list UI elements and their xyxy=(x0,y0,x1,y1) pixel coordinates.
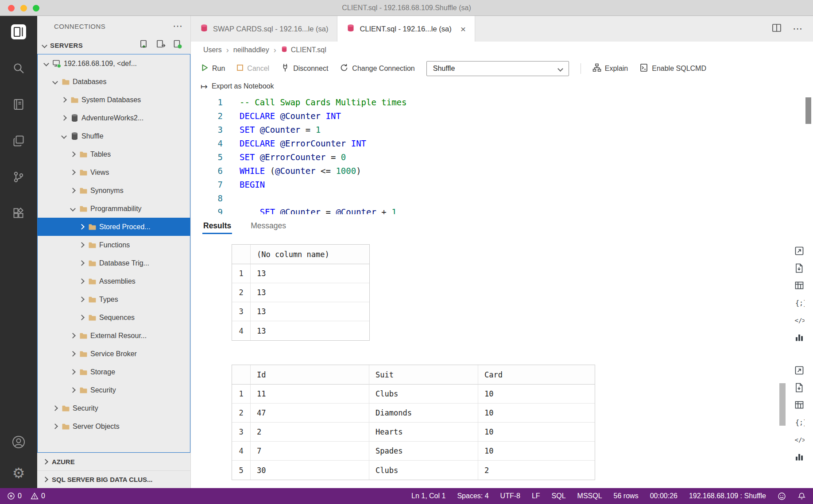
chart-icon[interactable] xyxy=(794,451,805,462)
grid-cell[interactable]: Clubs xyxy=(369,461,478,480)
row-number-cell[interactable]: 4 xyxy=(232,321,251,340)
feedback-icon[interactable] xyxy=(778,492,786,500)
tree-item-programmability[interactable]: Programmability xyxy=(38,200,190,218)
maximize-icon[interactable] xyxy=(794,365,805,376)
chevron-right-icon[interactable] xyxy=(70,151,76,157)
settings-gear-icon[interactable]: ⚙ xyxy=(11,465,27,481)
connection-dropdown[interactable]: Shuffle xyxy=(426,61,569,76)
column-header[interactable]: (No column name) xyxy=(251,245,369,264)
tree-item-external-resour[interactable]: External Resour... xyxy=(38,327,190,345)
notebooks-icon[interactable] xyxy=(11,96,27,112)
export-as-notebook-button[interactable]: Export as Notebook xyxy=(212,82,274,90)
save-json-icon[interactable]: {;} xyxy=(794,297,805,308)
chevron-right-icon[interactable] xyxy=(70,333,76,339)
chevron-right-icon[interactable] xyxy=(52,405,58,411)
grid-cell[interactable]: Clubs xyxy=(369,385,478,404)
language-mode[interactable]: SQL xyxy=(552,492,566,500)
editor-more-actions-icon[interactable]: ⋯ xyxy=(793,23,802,35)
account-icon[interactable] xyxy=(11,434,27,450)
code-line[interactable]: 9 SET @Counter = @Counter + 1 xyxy=(191,205,813,214)
chevron-right-icon[interactable] xyxy=(52,423,58,429)
code-line[interactable]: 3SET @Counter = 1 xyxy=(191,123,813,137)
tree-item-security[interactable]: Security xyxy=(38,381,190,399)
tab-swap-cards[interactable]: SWAP CARDS.sql - 192.16...le (sa) xyxy=(191,16,337,42)
tree-item-server-objects[interactable]: Server Objects xyxy=(38,417,190,435)
source-control-icon[interactable] xyxy=(11,169,27,185)
chevron-right-icon[interactable] xyxy=(79,296,85,302)
close-window-button[interactable] xyxy=(8,5,15,12)
cursor-position[interactable]: Ln 1, Col 1 xyxy=(411,492,445,500)
errors-indicator[interactable]: 0 xyxy=(7,492,22,500)
explorer-icon[interactable] xyxy=(11,133,27,149)
save-excel-icon[interactable] xyxy=(794,399,805,411)
sidebar-item-bigdata[interactable]: SQL SERVER BIG DATA CLUS... xyxy=(37,470,190,488)
maximize-icon[interactable] xyxy=(794,245,805,257)
chevron-right-icon[interactable] xyxy=(70,188,76,193)
results-scrollbar[interactable] xyxy=(779,383,786,426)
sql-editor[interactable]: 1-- Call Swap Cards Multiple times2DECLA… xyxy=(191,94,813,214)
new-connection-icon[interactable] xyxy=(139,39,149,51)
indentation[interactable]: Spaces: 4 xyxy=(457,492,488,500)
run-button[interactable]: Run xyxy=(201,64,225,73)
grid-cell[interactable]: 10 xyxy=(478,385,595,404)
tree-item-assemblies[interactable]: Assemblies xyxy=(38,272,190,290)
row-number-cell[interactable]: 3 xyxy=(232,302,251,321)
row-number-cell[interactable]: 2 xyxy=(232,404,251,423)
grid-cell[interactable]: Spades xyxy=(369,442,478,461)
tree-item-storage[interactable]: Storage xyxy=(38,363,190,381)
grid-cell[interactable]: 10 xyxy=(478,404,595,423)
chevron-right-icon[interactable] xyxy=(79,260,85,266)
tab-messages[interactable]: Messages xyxy=(251,221,286,236)
grid-cell[interactable]: 2 xyxy=(251,423,369,442)
tree-item-databases[interactable]: Databases xyxy=(38,73,190,91)
code-line[interactable]: 1-- Call Swap Cards Multiple times xyxy=(191,96,813,109)
chevron-right-icon[interactable] xyxy=(79,315,85,320)
tab-client[interactable]: CLIENT.sql - 192.16...le (sa) × xyxy=(337,16,475,42)
column-header[interactable]: Id xyxy=(251,365,369,385)
save-json-icon[interactable]: {;} xyxy=(794,416,805,428)
sidebar-item-azure[interactable]: AZURE xyxy=(37,453,190,470)
new-server-group-icon[interactable] xyxy=(156,39,166,51)
breadcrumb-neilhaddley[interactable]: neilhaddley xyxy=(233,46,269,54)
save-csv-icon[interactable] xyxy=(794,262,805,274)
notifications-bell-icon[interactable] xyxy=(798,492,806,500)
chevron-down-icon[interactable] xyxy=(61,133,67,139)
grid-cell[interactable]: 11 xyxy=(251,385,369,404)
tree-item-service-broker[interactable]: Service Broker xyxy=(38,345,190,363)
grid-cell[interactable]: 30 xyxy=(251,461,369,480)
tree-item-security[interactable]: Security xyxy=(38,399,190,417)
grid-cell[interactable]: 10 xyxy=(478,442,595,461)
tree-item-views[interactable]: Views xyxy=(38,163,190,181)
chevron-down-icon[interactable] xyxy=(52,79,58,85)
grid-cell[interactable]: 13 xyxy=(251,283,369,302)
tree-item-types[interactable]: Types xyxy=(38,290,190,308)
row-number-cell[interactable]: 5 xyxy=(232,461,251,480)
chevron-right-icon[interactable] xyxy=(70,351,76,357)
tree-item-sequences[interactable]: Sequences xyxy=(38,308,190,327)
chevron-down-icon[interactable] xyxy=(43,61,49,66)
chevron-right-icon[interactable] xyxy=(70,169,76,175)
save-xml-icon[interactable]: </> xyxy=(794,314,805,326)
chevron-right-icon[interactable] xyxy=(70,369,76,375)
chart-icon[interactable] xyxy=(794,331,805,343)
tree-item-stored-proced[interactable]: Stored Proced... xyxy=(38,218,190,236)
grid-cell[interactable]: 13 xyxy=(251,264,369,283)
servers-section-header[interactable]: SERVERS xyxy=(37,36,190,54)
code-line[interactable]: 8 xyxy=(191,192,813,205)
code-line[interactable]: 7BEGIN xyxy=(191,178,813,192)
split-editor-icon[interactable] xyxy=(771,23,782,35)
chevron-right-icon[interactable] xyxy=(79,278,85,284)
change-connection-button[interactable]: Change Connection xyxy=(340,63,414,74)
tab-results[interactable]: Results xyxy=(203,221,231,236)
editor-scrollbar[interactable] xyxy=(805,97,811,124)
chevron-right-icon[interactable] xyxy=(79,224,85,230)
row-number-cell[interactable]: 3 xyxy=(232,423,251,442)
sidebar-more-actions-icon[interactable]: ⋯ xyxy=(173,20,182,32)
tree-item-tables[interactable]: Tables xyxy=(38,145,190,163)
chevron-down-icon[interactable] xyxy=(70,206,76,212)
connections-icon[interactable] xyxy=(11,24,27,40)
close-tab-icon[interactable]: × xyxy=(461,24,466,34)
save-excel-icon[interactable] xyxy=(794,280,805,291)
code-line[interactable]: 6WHILE (@Counter <= 1000) xyxy=(191,164,813,178)
disconnect-button[interactable]: Disconnect xyxy=(281,63,328,74)
